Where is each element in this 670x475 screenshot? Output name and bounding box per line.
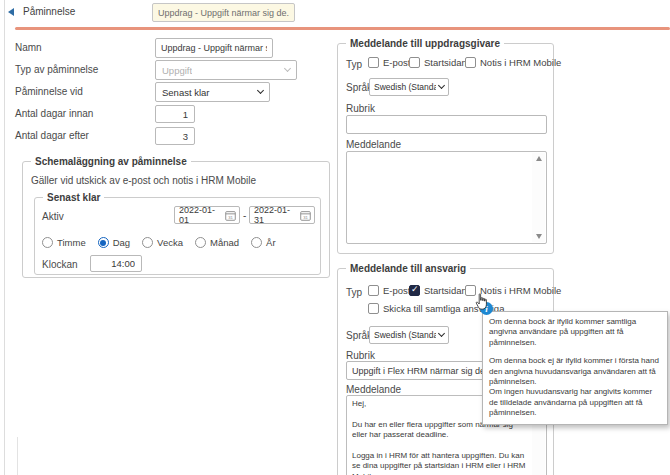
typ-label: Typ xyxy=(346,59,362,70)
radio-circle xyxy=(142,237,153,248)
namn-input[interactable] xyxy=(155,38,273,58)
meddelande-textarea-wrap xyxy=(346,151,547,244)
collapse-panel-icon[interactable] xyxy=(8,8,14,16)
typ-label: Typ xyxy=(346,287,362,298)
reminder-name-preview-field[interactable] xyxy=(152,3,295,22)
radio-vecka-label: Vecka xyxy=(157,237,183,248)
radio-vecka[interactable]: Vecka xyxy=(142,237,183,248)
radio-circle xyxy=(42,237,53,248)
checkbox-startsidan[interactable]: Startsidan xyxy=(409,57,467,68)
checkbox-epost[interactable]: E-post xyxy=(368,57,410,68)
checkbox-startsidan-label: Startsidan xyxy=(424,57,467,68)
radio-ar[interactable]: År xyxy=(251,237,276,248)
date-from-input[interactable]: 2022-01-01 31 xyxy=(174,206,240,224)
paminnelse-vid-value: Senast klar xyxy=(162,87,210,98)
checkbox-startsidan-label: Startsidan xyxy=(424,285,467,296)
calendar-icon[interactable]: 31 xyxy=(300,210,311,221)
checkbox-box xyxy=(368,285,379,296)
klockan-input[interactable] xyxy=(90,255,142,272)
paminnelse-vid-label: Påminnelse vid xyxy=(15,86,83,97)
date-to-input[interactable]: 2022-01-31 31 xyxy=(249,206,315,224)
date-range-separator: - xyxy=(243,210,246,221)
checkbox-epost-label: E-post xyxy=(383,57,410,68)
scroll-down-icon[interactable] xyxy=(536,234,542,239)
accent-divider xyxy=(15,27,670,30)
chevron-down-icon xyxy=(284,65,291,72)
senast-klar-fieldset: Senast klar Aktiv 2022-01-01 31 - 2022-0… xyxy=(34,197,321,275)
content-edge-line xyxy=(17,437,18,475)
sprak-value: Swedish (Standard) xyxy=(374,82,436,92)
radio-ar-label: År xyxy=(266,237,276,248)
scroll-up-icon[interactable] xyxy=(536,156,542,161)
radio-timme[interactable]: Timme xyxy=(42,237,86,248)
tooltip-paragraph: Om ingen huvudansvarig har angivits komm… xyxy=(489,387,661,418)
page-title: Påminnelse xyxy=(23,6,75,17)
sidebar-divider xyxy=(4,0,5,475)
typ-av-paminnelse-select[interactable]: Uppgift xyxy=(155,60,297,80)
checkbox-box xyxy=(368,303,379,314)
radio-circle xyxy=(251,237,262,248)
antal-dagar-efter-input[interactable] xyxy=(155,127,195,145)
tooltip-paragraph: Om denna bock ej är ifylld kommer i förs… xyxy=(489,356,661,387)
radio-timme-label: Timme xyxy=(57,237,86,248)
typ-av-paminnelse-value: Uppgift xyxy=(162,65,192,76)
meddelande-label: Meddelande xyxy=(346,384,401,395)
checkbox-startsidan[interactable]: Startsidan xyxy=(409,285,467,296)
rubrik-input[interactable] xyxy=(346,115,547,134)
checkbox-notis-label: Notis i HRM Mobile xyxy=(480,57,561,68)
checkbox-epost-label: E-post xyxy=(383,285,410,296)
klockan-label: Klockan xyxy=(42,259,78,270)
schemalaggning-legend: Schemaläggning av påminnelse xyxy=(31,156,191,167)
calendar-icon[interactable]: 31 xyxy=(225,210,236,221)
hand-cursor-icon xyxy=(474,293,490,311)
paminnelse-screen: Påminnelse Namn Typ av påminnelse Uppgif… xyxy=(0,0,670,475)
sprak-value: Swedish (Standard) xyxy=(374,330,436,340)
meddelande-ansvarig-legend: Meddelande till ansvarig xyxy=(346,263,470,274)
checkbox-notis-label: Notis i HRM Mobile xyxy=(480,285,561,296)
info-tooltip: Om denna bock är ifylld kommer samtliga … xyxy=(482,311,668,425)
checkbox-box xyxy=(368,57,379,68)
svg-text:31: 31 xyxy=(303,214,308,219)
meddelande-uppdragsgivare-legend: Meddelande till uppdragsgivare xyxy=(346,38,504,49)
checkbox-epost[interactable]: E-post xyxy=(368,285,410,296)
chevron-down-icon xyxy=(438,330,445,337)
scrollbar[interactable] xyxy=(532,153,545,242)
aktiv-label: Aktiv xyxy=(42,211,64,222)
meddelande-label: Meddelande xyxy=(346,139,401,150)
antal-dagar-innan-label: Antal dagar innan xyxy=(15,108,93,119)
chevron-down-icon xyxy=(438,82,445,89)
svg-text:31: 31 xyxy=(228,214,233,219)
radio-dag-label: Dag xyxy=(113,237,130,248)
date-from-value: 2022-01-01 xyxy=(179,205,222,225)
tooltip-paragraph: Om denna bock är ifylld kommer samtliga … xyxy=(489,317,661,348)
antal-dagar-innan-input[interactable] xyxy=(155,105,195,123)
senast-klar-legend: Senast klar xyxy=(43,192,104,203)
schemalaggning-fieldset: Schemaläggning av påminnelse Gäller vid … xyxy=(22,161,330,278)
meddelande-textarea[interactable] xyxy=(347,152,546,243)
chevron-down-icon xyxy=(257,87,264,94)
checkbox-notis-hrm-mobile[interactable]: Notis i HRM Mobile xyxy=(465,57,561,68)
typ-av-paminnelse-label: Typ av påminnelse xyxy=(15,64,98,75)
paminnelse-vid-select[interactable]: Senast klar xyxy=(155,82,270,102)
frequency-radio-group: Timme Dag Vecka Månad År xyxy=(42,237,276,248)
sprak-select[interactable]: Swedish (Standard) xyxy=(369,78,449,96)
radio-manad-label: Månad xyxy=(210,237,239,248)
radio-circle xyxy=(98,237,109,248)
schemalaggning-note: Gäller vid utskick av e-post och notis i… xyxy=(31,175,256,186)
rubrik-label: Rubrik xyxy=(346,103,375,114)
checkbox-box xyxy=(465,57,476,68)
radio-manad[interactable]: Månad xyxy=(195,237,239,248)
date-to-value: 2022-01-31 xyxy=(254,205,297,225)
sprak-select[interactable]: Swedish (Standard) xyxy=(369,326,449,344)
checkbox-box xyxy=(409,57,420,68)
meddelande-uppdragsgivare-fieldset: Meddelande till uppdragsgivare Typ E-pos… xyxy=(337,43,554,254)
rubrik-label: Rubrik xyxy=(346,350,375,361)
radio-circle xyxy=(195,237,206,248)
namn-label: Namn xyxy=(15,42,42,53)
checkbox-box xyxy=(409,285,420,296)
antal-dagar-efter-label: Antal dagar efter xyxy=(15,130,89,141)
radio-dag[interactable]: Dag xyxy=(98,237,130,248)
